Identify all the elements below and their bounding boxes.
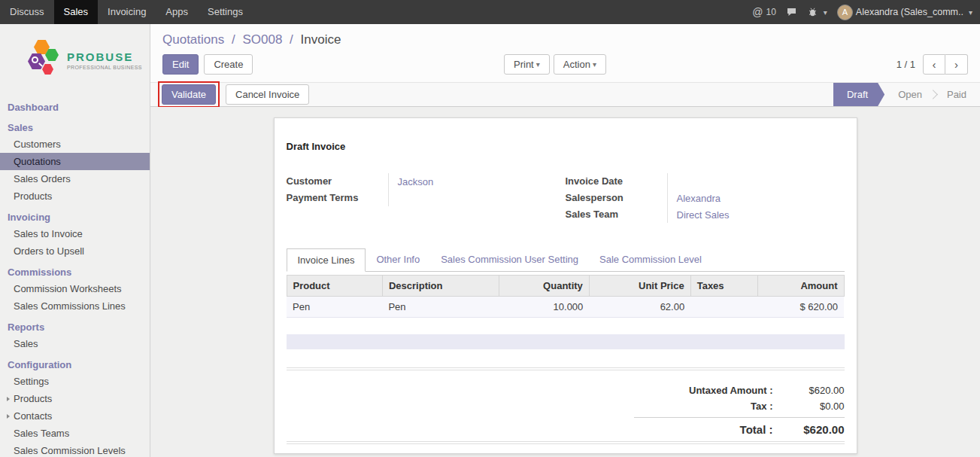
logo-text: PROBUSE PROFESSIONAL BUSINESS	[67, 50, 142, 70]
sidebar-item-orders-to-upsell[interactable]: Orders to Upsell	[0, 242, 150, 260]
breadcrumb-separator: /	[286, 32, 297, 47]
tab-other-info[interactable]: Other Info	[366, 248, 430, 272]
top-navbar: Discuss Sales Invoicing Apps Settings @ …	[0, 0, 980, 24]
sidebar-item-sales-commission-levels[interactable]: Sales Commission Levels	[0, 442, 150, 457]
control-panel: Quotations / SO008 / Invoice Edit Create…	[150, 24, 980, 82]
sidebar-item-settings[interactable]: Settings	[0, 373, 150, 390]
bug-icon	[807, 7, 818, 17]
sidebar-header-invoicing[interactable]: Invoicing	[0, 205, 150, 225]
cell-amount: $ 620.00	[758, 297, 844, 318]
invoice-title: Draft Invoice	[287, 141, 845, 152]
invoice-date-label: Invoice Date	[566, 173, 668, 190]
app-logo[interactable]: PROBUSE PROFESSIONAL BUSINESS	[0, 24, 150, 93]
breadcrumb-so008[interactable]: SO008	[242, 32, 282, 47]
magnifier-icon	[32, 56, 38, 63]
systray: @ 10 ▾ A Alexandra (Sales_comm.. ▾	[752, 0, 980, 24]
field-salesperson: Salesperson Alexandra	[566, 190, 845, 206]
pager-previous-button[interactable]: ‹	[923, 54, 945, 75]
col-product: Product	[287, 276, 382, 297]
cell-description: Pen	[382, 297, 499, 318]
form-view-container: Draft Invoice Customer Jackson Payment T…	[150, 107, 980, 457]
customer-value[interactable]: Jackson	[389, 176, 434, 187]
salesperson-value[interactable]: Alexandra	[668, 193, 721, 204]
sidebar-item-sales-to-invoice[interactable]: Sales to Invoice	[0, 225, 150, 242]
breadcrumb-quotations[interactable]: Quotations	[162, 32, 224, 47]
action-label: Action	[563, 59, 590, 70]
sidebar-item-sales-teams[interactable]: Sales Teams	[0, 425, 150, 442]
print-dropdown-button[interactable]: Print▾	[504, 54, 550, 75]
col-taxes: Taxes	[690, 276, 758, 297]
sidebar-item-customers[interactable]: Customers	[0, 136, 150, 153]
col-amount: Amount	[758, 276, 844, 297]
cell-taxes	[690, 297, 758, 318]
cancel-invoice-button[interactable]: Cancel Invoice	[226, 84, 309, 105]
sidebar-item-sales-orders[interactable]: Sales Orders	[0, 170, 150, 187]
tax-label: Tax :	[751, 401, 772, 412]
edit-button[interactable]: Edit	[162, 54, 199, 75]
status-step-draft[interactable]: Draft	[833, 83, 884, 106]
red-highlight-annotation: Validate	[158, 81, 220, 108]
empty-line-stripe	[287, 334, 845, 349]
user-name: Alexandra (Sales_comm..	[856, 7, 963, 17]
tab-invoice-lines[interactable]: Invoice Lines	[287, 248, 366, 272]
statusbar: Validate Cancel Invoice Draft Open Paid	[150, 82, 980, 107]
mention-count: 10	[766, 7, 775, 17]
tab-sale-commission-level[interactable]: Sale Commission Level	[589, 248, 712, 272]
col-description: Description	[382, 276, 499, 297]
user-avatar: A	[837, 5, 853, 20]
sidebar-header-commissions[interactable]: Commissions	[0, 260, 150, 280]
top-menu-invoicing[interactable]: Invoicing	[98, 0, 156, 24]
field-groups: Customer Jackson Payment Terms Invoice D…	[287, 173, 845, 223]
invoice-sheet: Draft Invoice Customer Jackson Payment T…	[274, 117, 857, 454]
chevron-down-icon: ▾	[593, 59, 596, 70]
main-panel: Quotations / SO008 / Invoice Edit Create…	[150, 24, 980, 457]
print-label: Print	[514, 59, 534, 70]
sidebar-item-quotations[interactable]: Quotations	[0, 153, 150, 170]
untaxed-amount-value: $620.00	[773, 385, 845, 396]
sidebar-header-reports[interactable]: Reports	[0, 315, 150, 335]
cell-product: Pen	[287, 297, 382, 318]
col-quantity: Quantity	[499, 276, 589, 297]
sales-team-value[interactable]: Direct Sales	[668, 209, 730, 221]
sidebar-item-commission-worksheets[interactable]: Commission Worksheets	[0, 280, 150, 297]
action-dropdown-button[interactable]: Action▾	[554, 54, 606, 75]
chevron-down-icon: ▾	[824, 8, 827, 17]
sidebar-header-sales[interactable]: Sales	[0, 115, 150, 136]
totals-block: Untaxed Amount : $620.00 Tax : $0.00 Tot…	[634, 382, 845, 438]
validate-button[interactable]: Validate	[162, 84, 216, 105]
invoice-lines-table: Product Description Quantity Unit Price …	[287, 275, 845, 318]
sidebar-item-products[interactable]: Products	[0, 187, 150, 205]
cell-quantity: 10.000	[499, 297, 589, 318]
messages-button[interactable]	[786, 7, 797, 17]
sidebar-item-sales-report[interactable]: Sales	[0, 335, 150, 352]
separator-line	[287, 367, 845, 370]
top-menu-sales[interactable]: Sales	[54, 0, 99, 24]
top-menu-discuss[interactable]: Discuss	[0, 0, 54, 24]
col-unit-price: Unit Price	[589, 276, 690, 297]
sidebar-item-config-products[interactable]: Products	[0, 390, 150, 407]
pager: 1 / 1 ‹ ›	[897, 54, 968, 75]
activity-menu-button[interactable]: ▾	[807, 7, 827, 17]
user-menu[interactable]: A Alexandra (Sales_comm.. ▾	[837, 5, 972, 20]
sidebar-item-config-contacts[interactable]: Contacts	[0, 407, 150, 425]
pager-next-button[interactable]: ›	[945, 54, 968, 75]
top-menu-apps[interactable]: Apps	[156, 0, 198, 24]
mention-counter[interactable]: @ 10	[752, 6, 776, 18]
tab-sales-commission-user-setting[interactable]: Sales Commission User Setting	[430, 248, 589, 272]
sidebar-header-configuration[interactable]: Configuration	[0, 352, 150, 373]
sidebar-header-dashboard[interactable]: Dashboard	[0, 95, 150, 115]
sidebar-item-label: Contacts	[14, 410, 52, 422]
sidebar-item-sales-commissions-lines[interactable]: Sales Commissions Lines	[0, 297, 150, 315]
table-row[interactable]: Pen Pen 10.000 62.00 $ 620.00	[287, 297, 844, 318]
customer-label: Customer	[287, 173, 389, 190]
status-step-paid[interactable]: Paid	[933, 83, 980, 106]
sales-team-label: Sales Team	[566, 206, 668, 223]
chevron-down-icon: ▾	[969, 8, 972, 17]
logo-hexagons-icon	[27, 38, 62, 82]
top-menu-settings[interactable]: Settings	[198, 0, 253, 24]
salesperson-label: Salesperson	[566, 190, 668, 206]
create-button[interactable]: Create	[204, 54, 253, 75]
total-value: $620.00	[773, 423, 845, 436]
logo-subtitle: PROFESSIONAL BUSINESS	[67, 65, 142, 70]
notebook-tabs: Invoice Lines Other Info Sales Commissio…	[287, 248, 845, 272]
